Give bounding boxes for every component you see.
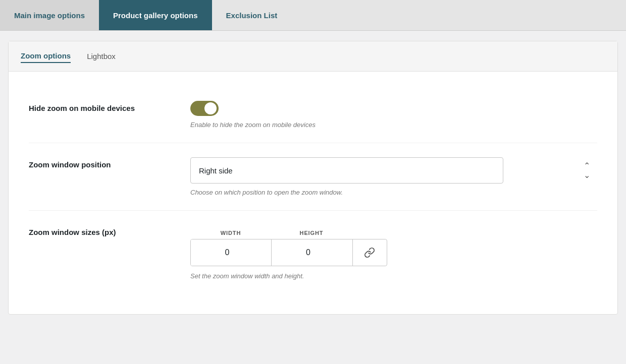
hide-zoom-toggle[interactable]: ✓: [190, 101, 219, 116]
select-wrapper: Right side Left side Above Below Inner z…: [190, 157, 597, 184]
zoom-width-input[interactable]: [191, 239, 272, 266]
width-label: WIDTH: [190, 230, 271, 236]
zoom-position-hint: Choose on which position to open the zoo…: [190, 189, 597, 196]
tab-product-gallery[interactable]: Product gallery options: [99, 0, 212, 30]
content-area: Zoom options Lightbox Hide zoom on mobil…: [0, 31, 626, 325]
tab-main-image[interactable]: Main image options: [0, 0, 99, 30]
zoom-height-input[interactable]: [272, 239, 352, 266]
tab-exclusion-list[interactable]: Exclusion List: [212, 0, 292, 30]
chevron-updown-icon: ⌃⌄: [584, 161, 590, 180]
zoom-sizes-control: WIDTH HEIGHT: [190, 225, 597, 280]
hide-zoom-control: ✓ Enable to hide the zoom on mobile devi…: [190, 101, 597, 129]
zoom-position-row: Zoom window position Right side Left sid…: [29, 143, 597, 211]
zoom-sizes-row: Zoom window sizes (px) WIDTH HEIGHT: [29, 211, 597, 294]
hide-zoom-row: Hide zoom on mobile devices ✓ Enable to …: [29, 87, 597, 143]
settings-body: Hide zoom on mobile devices ✓ Enable to …: [9, 72, 617, 314]
size-labels: WIDTH HEIGHT: [190, 230, 597, 236]
link-dimensions-button[interactable]: [352, 239, 386, 266]
zoom-position-label: Zoom window position: [29, 157, 170, 169]
toggle-wrapper: ✓: [190, 101, 597, 116]
zoom-position-select[interactable]: Right side Left side Above Below Inner z…: [190, 157, 503, 184]
tab-lightbox[interactable]: Lightbox: [87, 50, 116, 63]
zoom-sizes-hint: Set the zoom window width and height.: [190, 272, 597, 280]
hide-zoom-hint: Enable to hide the zoom on mobile device…: [190, 121, 597, 129]
link-icon: [364, 247, 375, 258]
toggle-slider: [190, 101, 219, 116]
size-inputs-wrapper: WIDTH HEIGHT: [190, 230, 597, 266]
height-label: HEIGHT: [271, 230, 352, 236]
zoom-position-control: Right side Left side Above Below Inner z…: [190, 157, 597, 196]
zoom-sizes-label: Zoom window sizes (px): [29, 225, 170, 236]
settings-card: Zoom options Lightbox Hide zoom on mobil…: [8, 41, 618, 315]
sub-tab-bar: Zoom options Lightbox: [9, 41, 617, 72]
hide-zoom-label: Hide zoom on mobile devices: [29, 101, 170, 112]
size-inputs-group: [190, 239, 387, 266]
top-tab-bar: Main image options Product gallery optio…: [0, 0, 626, 31]
tab-zoom-options[interactable]: Zoom options: [21, 49, 71, 63]
